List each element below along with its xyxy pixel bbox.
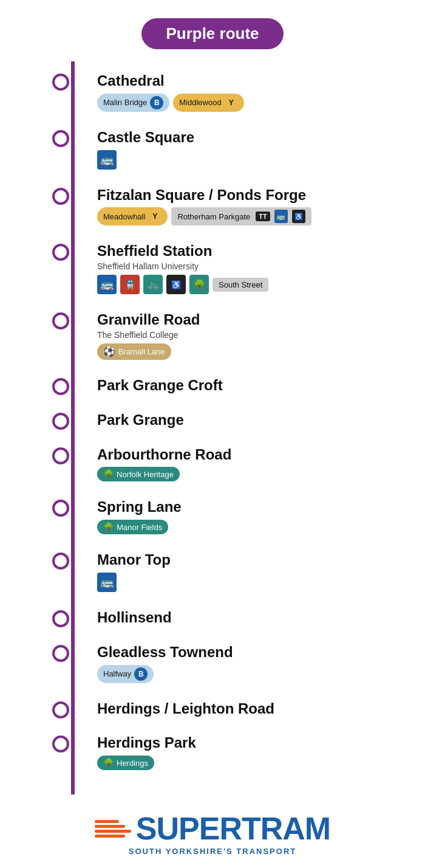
badge-train-sheffield-station: 🚆 [120,275,140,294]
supertram-waves [95,820,131,838]
stop-badges-gleadless: Halfway B [97,665,425,683]
stop-name-cathedral: Cathedral [97,72,425,90]
stop-dot-herdings-leighton [52,701,69,718]
stop-park-grange-croft: Park Grange Croft [73,366,425,401]
wave-4 [95,835,125,838]
badge-letter-y: Y [225,96,238,109]
wave-1 [95,820,119,823]
badge-tt: TT [256,212,270,221]
footer: SUPERTRAM SOUTH YORKSHIRE'S TRANSPORT [0,794,425,868]
stop-dot-spring-lane [52,500,69,517]
badge-bus-manor-top: 🚌 [97,573,117,592]
stop-name-herdings-park: Herdings Park [97,734,425,752]
bus-icon: 🚌 [100,153,114,167]
stop-name-herdings-leighton: Herdings / Leighton Road [97,700,425,718]
stop-badges-cathedral: Malin Bridge B Middlewood Y [97,94,425,112]
stop-fitzalan-square: Fitzalan Square / Ponds Forge Meadowhall… [73,176,425,232]
stop-badges-granville: ⚽ Bramall Lane [97,343,425,360]
stop-name-pg: Park Grange [97,412,425,429]
stop-badges-castle-square: 🚌 [97,150,425,170]
stop-herdings-leighton: Herdings / Leighton Road [73,689,425,724]
stop-hollinsend: Hollinsend [73,598,425,633]
bus-icon-rotherham: 🚌 [276,212,285,221]
park-icon-manor-fields: 🌳 [103,522,114,532]
stop-name-manor-top: Manor Top [97,551,425,569]
stop-badges-manor-top: 🚌 [97,573,425,592]
park-icon-ss: 🌳 [193,279,205,291]
supertram-logo: SUPERTRAM [95,813,330,844]
stop-gleadless-townend: Gleadless Townend Halfway B [73,633,425,689]
badge-accessible-sheffield-station: ♿ [166,275,186,294]
stop-name-fitzalan: Fitzalan Square / Ponds Forge [97,187,425,204]
badge-letter-y-meadowhall: Y [148,210,162,223]
ball-icon-bramall: ⚽ [103,346,115,357]
badge-rotherham: Rotherham Parkgate TT 🚌 ♿ [171,207,311,226]
badge-cycle-sheffield-station: 🚲 [143,275,163,294]
bus-icon-ss: 🚌 [100,278,114,291]
badge-park-sheffield-station: 🌳 [189,275,209,294]
badge-middlewood: Middlewood Y [173,94,243,112]
accessible-icon-ss: ♿ [171,280,181,289]
badge-manor-fields: 🌳 Manor Fields [97,520,168,534]
supertram-sub-text: SOUTH YORKSHIRE'S TRANSPORT [129,847,296,856]
badge-bus-rotherham: 🚌 [274,210,288,223]
stop-badges-arbourthorne: 🌳 Norfolk Heritage [97,467,425,481]
park-icon-norfolk: 🌳 [103,469,114,479]
stop-dot-arbourthorne [52,447,69,464]
stop-cathedral: Cathedral Malin Bridge B Middlewood Y [73,61,425,118]
cycle-icon-ss: 🚲 [148,279,159,290]
stop-arbourthorne: Arbourthorne Road 🌳 Norfolk Heritage [73,435,425,488]
badge-malin-bridge: Malin Bridge B [97,94,169,112]
accessible-icon-rotherham: ♿ [294,213,303,221]
header: Purple route [0,0,425,61]
stop-dot-gleadless [52,645,69,662]
bus-icon-mt: 🚌 [100,576,114,589]
badge-accessible-rotherham: ♿ [292,210,305,223]
stop-dot-pg [52,413,69,430]
route-container: Cathedral Malin Bridge B Middlewood Y Ca… [0,61,425,794]
stop-name-granville: Granville Road [97,311,425,329]
supertram-brand-text: SUPERTRAM [136,813,330,844]
badge-south-street: South Street [212,278,268,292]
stop-dot-castle-square [52,130,69,147]
wave-2 [95,825,125,828]
stop-dot-sheffield-station [52,244,69,261]
stop-park-grange: Park Grange [73,401,425,435]
badge-bus-castle-square: 🚌 [97,150,117,170]
stop-badges-sheffield-station: 🚌 🚆 🚲 ♿ 🌳 South Street [97,275,425,294]
stop-manor-top: Manor Top 🚌 [73,540,425,598]
stop-dot-herdings-park [52,735,69,753]
badge-halfway: Halfway B [97,665,154,683]
badge-herdings: 🌳 Herdings [97,756,154,770]
train-icon-ss: 🚆 [125,280,135,289]
route-badge: Purple route [141,18,283,49]
stop-dot-fitzalan [52,188,69,205]
badge-letter-b: B [150,96,163,109]
stop-name-pgc: Park Grange Croft [97,377,425,394]
stop-herdings-park: Herdings Park 🌳 Herdings [73,723,425,776]
stop-name-spring-lane: Spring Lane [97,498,425,516]
badge-bus-sheffield-station: 🚌 [97,275,117,294]
stop-subtitle-sheffield-station: Sheffield Hallam University [97,261,425,271]
stop-name-hollinsend: Hollinsend [97,609,425,627]
stop-name-gleadless: Gleadless Townend [97,644,425,661]
stop-sheffield-station: Sheffield Station Sheffield Hallam Unive… [73,232,425,300]
badge-norfolk-heritage: 🌳 Norfolk Heritage [97,467,180,481]
stop-badges-herdings-park: 🌳 Herdings [97,756,425,770]
stop-name-arbourthorne: Arbourthorne Road [97,446,425,464]
stop-name-castle-square: Castle Square [97,129,425,146]
stop-dot-hollinsend [52,610,69,627]
stop-dot-manor-top [52,553,69,570]
stop-name-sheffield-station: Sheffield Station [97,243,425,260]
stop-granville-road: Granville Road The Sheffield College ⚽ B… [73,300,425,366]
wave-3 [95,830,131,833]
stop-subtitle-granville: The Sheffield College [97,330,425,340]
stop-badges-fitzalan: Meadowhall Y Rotherham Parkgate TT 🚌 ♿ [97,207,425,226]
stop-dot-cathedral [52,74,69,91]
park-icon-herdings: 🌳 [103,758,114,768]
stop-dot-granville [52,312,69,329]
stop-castle-square: Castle Square 🚌 [73,118,425,176]
badge-meadowhall: Meadowhall Y [97,207,168,226]
badge-letter-b-halfway: B [134,667,148,681]
stop-badges-spring-lane: 🌳 Manor Fields [97,520,425,534]
